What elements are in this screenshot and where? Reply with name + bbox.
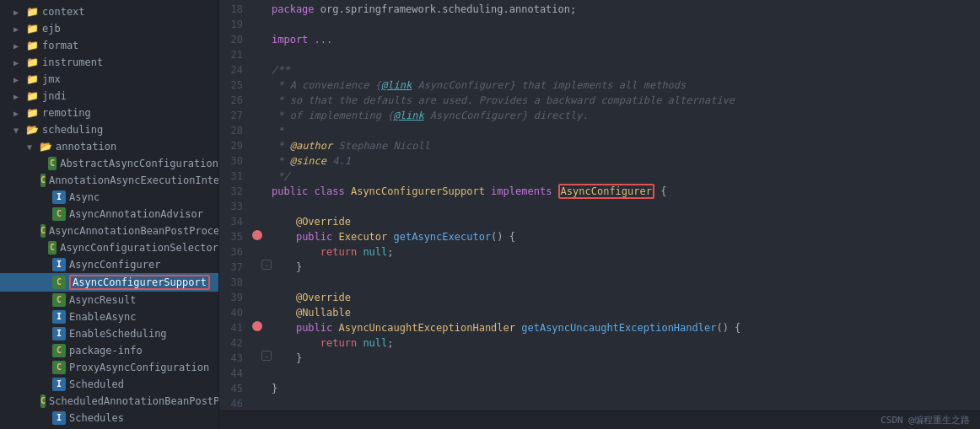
code-token: AsyncUncaughtExceptionHandler <box>338 322 521 334</box>
sidebar-item-jndi[interactable]: ▶📁jndi <box>0 88 218 105</box>
sidebar-item-instrument[interactable]: ▶📁instrument <box>0 54 218 71</box>
code-token: { <box>654 185 666 197</box>
sidebar-item-AsyncConfigurationSelector[interactable]: CAsyncConfigurationSelector <box>0 239 218 256</box>
file-tree[interactable]: ▶📁context▶📁ejb▶📁format▶📁instrument▶📁jmx▶… <box>0 0 219 429</box>
sidebar-item-Async[interactable]: IAsync <box>0 189 218 206</box>
sidebar-item-ProxyAsyncConfiguration[interactable]: CProxyAsyncConfiguration <box>0 359 218 376</box>
line-number: 40 <box>219 305 243 320</box>
sidebar-item-label: AsyncConfigurationSelector <box>60 242 218 254</box>
gutter-line <box>250 30 265 46</box>
line-number: 33 <box>219 199 243 214</box>
line-number: 34 <box>219 214 243 229</box>
sidebar-item-Scheduled[interactable]: IScheduled <box>0 376 218 393</box>
gutter-line <box>250 212 265 228</box>
code-token <box>272 292 296 303</box>
code-line: return null; <box>265 335 980 351</box>
code-token <box>272 246 320 258</box>
line-number: 38 <box>219 275 243 290</box>
tree-arrow: ▼ <box>13 126 25 135</box>
line-number: 32 <box>219 184 243 199</box>
line-number: 35 <box>219 229 243 244</box>
fold-icon[interactable]: - <box>261 260 272 270</box>
sidebar-item-package-info[interactable]: Cpackage-info <box>0 342 218 359</box>
code-line: package org.springframework.scheduling.a… <box>265 2 980 17</box>
sidebar-item-label: context <box>42 6 85 18</box>
gutter-line <box>250 152 265 167</box>
tree-arrow: ▶ <box>13 109 25 118</box>
code-token: ; <box>387 246 393 258</box>
line-number: 45 <box>219 381 243 396</box>
gutter-line <box>250 167 265 182</box>
folder-icon: 📂 <box>39 140 52 153</box>
code-token: */ <box>272 170 290 182</box>
code-token: @author <box>290 140 333 152</box>
sidebar-item-label: AnnotationAsyncExecutionInterceptor <box>49 174 219 186</box>
code-line: * so that the defaults are used. Provide… <box>265 93 980 108</box>
code-line: * @since 4.1 <box>265 153 980 169</box>
sidebar-item-label: ejb <box>42 23 61 35</box>
code-token <box>272 337 320 349</box>
sidebar-item-context[interactable]: ▶📁context <box>0 3 218 20</box>
sidebar-item-scheduling[interactable]: ▼📂scheduling <box>0 121 218 138</box>
code-line <box>265 17 980 32</box>
gutter-line <box>250 0 265 15</box>
code-token: AsyncConfigurerSupport <box>351 185 491 197</box>
sidebar-item-remoting[interactable]: ▶📁remoting <box>0 105 218 121</box>
code-token: @Nullable <box>296 307 351 319</box>
interface-icon: I <box>52 190 66 204</box>
folder-icon: 📂 <box>25 123 39 137</box>
gutter-line <box>250 243 265 258</box>
interface-icon: I <box>52 327 66 341</box>
sidebar-item-label: jndi <box>42 90 67 102</box>
sidebar-item-AsyncConfigurerSupport[interactable]: CAsyncConfigurerSupport <box>0 273 218 292</box>
code-content[interactable]: package org.springframework.scheduling.a… <box>265 0 980 410</box>
line-number: 28 <box>219 123 243 138</box>
folder-icon: 📁 <box>25 5 39 19</box>
gutter-line <box>250 334 265 349</box>
code-line <box>265 199 980 214</box>
tree-arrow: ▼ <box>27 142 39 152</box>
sidebar-item-EnableScheduling[interactable]: IEnableScheduling <box>0 325 218 342</box>
sidebar-item-ScheduledAnnotationBeanPostProcessor[interactable]: CScheduledAnnotationBeanPostProcessor <box>0 393 218 410</box>
sidebar-item-label: EnableScheduling <box>69 328 167 340</box>
line-number: 43 <box>219 351 243 366</box>
sidebar-item-AsyncAnnotationAdvisor[interactable]: CAsyncAnnotationAdvisor <box>0 206 218 223</box>
code-line <box>265 275 980 290</box>
gutter-line <box>250 379 265 394</box>
code-token: getAsyncUncaughtExceptionHandler <box>521 322 716 334</box>
gutter-line <box>250 106 265 121</box>
sidebar-item-jmx[interactable]: ▶📁jmx <box>0 71 218 88</box>
sidebar-item-label: package-info <box>69 345 143 357</box>
line-number: 39 <box>219 290 243 305</box>
sidebar-item-AnnotationAsyncExecutionInterceptor[interactable]: CAnnotationAsyncExecutionInterceptor <box>0 172 218 189</box>
class-icon: C <box>40 174 46 187</box>
sidebar-item-AsyncResult[interactable]: CAsyncResult <box>0 292 218 308</box>
code-token: () { <box>716 322 740 334</box>
sidebar-item-format[interactable]: ▶📁format <box>0 37 218 54</box>
line-numbers: 1819202124252627282930313233343536373839… <box>219 0 250 410</box>
code-line: /** <box>265 62 980 78</box>
sidebar-item-ejb[interactable]: ▶📁ejb <box>0 20 218 37</box>
sidebar-item-label: AsyncAnnotationAdvisor <box>69 208 203 220</box>
sidebar-item-Schedules[interactable]: ISchedules <box>0 410 218 426</box>
gutter-line <box>250 76 265 91</box>
code-line: */ <box>265 169 980 184</box>
sidebar-item-label: ScheduledAnnotationBeanPostProcessor <box>49 395 219 407</box>
sidebar-item-AbstractAsyncConfiguration[interactable]: CAbstractAsyncConfiguration <box>0 155 218 172</box>
code-line: @Override <box>265 290 980 305</box>
sidebar-item-label: AsyncAnnotationBeanPostProcessor <box>49 225 219 237</box>
sidebar-item-EnableAsync[interactable]: IEnableAsync <box>0 308 218 325</box>
class-icon: C <box>52 207 66 221</box>
breakpoint-icon[interactable] <box>252 230 262 240</box>
line-number: 44 <box>219 366 243 381</box>
sidebar-item-AsyncConfigurer[interactable]: IAsyncConfigurer <box>0 256 218 273</box>
code-line: public class AsyncConfigurerSupport impl… <box>265 184 980 199</box>
sidebar-item-AsyncAnnotationBeanPostProcessor[interactable]: CAsyncAnnotationBeanPostProcessor <box>0 223 218 239</box>
code-token: * <box>272 155 290 167</box>
code-line: * of implementing {@link AsyncConfigurer… <box>265 108 980 123</box>
code-token: * <box>272 140 290 152</box>
sidebar-item-annotation[interactable]: ▼📂annotation <box>0 138 218 155</box>
code-token: } <box>272 352 302 364</box>
breakpoint-icon[interactable] <box>252 321 262 331</box>
fold-icon[interactable]: - <box>261 351 272 361</box>
